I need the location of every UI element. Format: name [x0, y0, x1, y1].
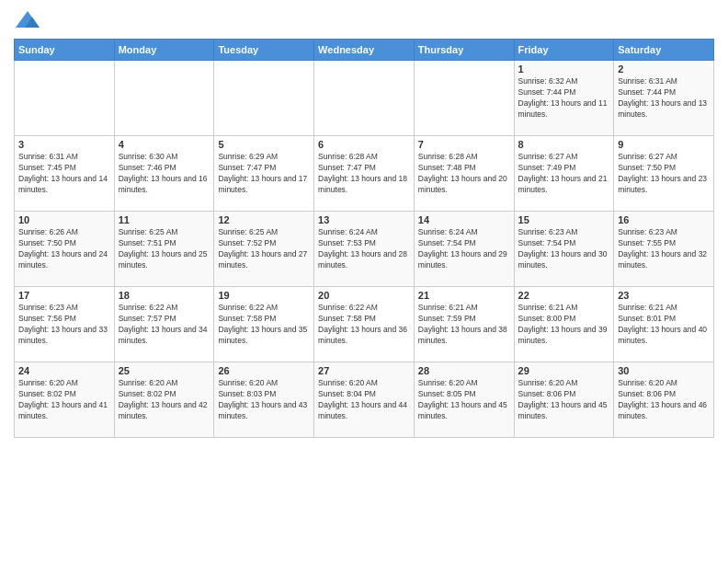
- day-number: 18: [119, 290, 210, 301]
- header: [14, 9, 714, 31]
- calendar-header-row: SundayMondayTuesdayWednesdayThursdayFrid…: [15, 40, 714, 61]
- calendar-cell: 19Sunrise: 6:22 AMSunset: 7:58 PMDayligh…: [214, 287, 314, 362]
- day-info: Sunrise: 6:20 AMSunset: 8:06 PMDaylight:…: [518, 378, 610, 422]
- calendar-cell: [214, 61, 314, 136]
- calendar-cell: 25Sunrise: 6:20 AMSunset: 8:02 PMDayligh…: [114, 362, 214, 438]
- calendar-cell: 26Sunrise: 6:20 AMSunset: 8:03 PMDayligh…: [214, 362, 314, 438]
- calendar-cell: 22Sunrise: 6:21 AMSunset: 8:00 PMDayligh…: [514, 287, 614, 362]
- logo-icon: [14, 9, 41, 31]
- day-number: 25: [119, 365, 210, 376]
- day-info: Sunrise: 6:28 AMSunset: 7:48 PMDaylight:…: [418, 152, 510, 196]
- weekday-header: Tuesday: [214, 40, 314, 61]
- calendar-cell: 23Sunrise: 6:21 AMSunset: 8:01 PMDayligh…: [614, 287, 714, 362]
- calendar-cell: 1Sunrise: 6:32 AMSunset: 7:44 PMDaylight…: [514, 61, 614, 136]
- page-container: SundayMondayTuesdayWednesdayThursdayFrid…: [0, 0, 728, 447]
- calendar-cell: 18Sunrise: 6:22 AMSunset: 7:57 PMDayligh…: [114, 287, 214, 362]
- calendar-cell: 12Sunrise: 6:25 AMSunset: 7:52 PMDayligh…: [214, 212, 314, 287]
- day-info: Sunrise: 6:22 AMSunset: 7:57 PMDaylight:…: [119, 303, 210, 347]
- day-info: Sunrise: 6:29 AMSunset: 7:47 PMDaylight:…: [218, 152, 310, 196]
- day-info: Sunrise: 6:31 AMSunset: 7:45 PMDaylight:…: [18, 152, 110, 196]
- day-number: 9: [618, 139, 710, 150]
- day-info: Sunrise: 6:25 AMSunset: 7:51 PMDaylight:…: [119, 227, 210, 271]
- calendar-week-row: 24Sunrise: 6:20 AMSunset: 8:02 PMDayligh…: [15, 362, 714, 438]
- day-number: 10: [18, 214, 110, 225]
- day-info: Sunrise: 6:23 AMSunset: 7:55 PMDaylight:…: [618, 227, 710, 271]
- weekday-header: Monday: [114, 40, 214, 61]
- day-number: 4: [119, 139, 210, 150]
- calendar-cell: 9Sunrise: 6:27 AMSunset: 7:50 PMDaylight…: [614, 136, 714, 212]
- day-number: 22: [518, 290, 610, 301]
- calendar-cell: 11Sunrise: 6:25 AMSunset: 7:51 PMDayligh…: [114, 212, 214, 287]
- day-info: Sunrise: 6:21 AMSunset: 7:59 PMDaylight:…: [418, 303, 510, 347]
- day-number: 17: [18, 290, 110, 301]
- calendar-cell: 17Sunrise: 6:23 AMSunset: 7:56 PMDayligh…: [15, 287, 115, 362]
- weekday-header: Thursday: [414, 40, 514, 61]
- day-number: 8: [518, 139, 610, 150]
- day-number: 11: [119, 214, 210, 225]
- day-number: 2: [618, 63, 710, 75]
- day-number: 7: [418, 139, 510, 150]
- day-info: Sunrise: 6:20 AMSunset: 8:06 PMDaylight:…: [618, 378, 710, 422]
- day-info: Sunrise: 6:26 AMSunset: 7:50 PMDaylight:…: [18, 227, 110, 271]
- weekday-header: Saturday: [614, 40, 714, 61]
- day-number: 26: [218, 365, 310, 376]
- calendar-cell: 29Sunrise: 6:20 AMSunset: 8:06 PMDayligh…: [514, 362, 614, 438]
- day-number: 15: [518, 214, 610, 225]
- calendar-week-row: 1Sunrise: 6:32 AMSunset: 7:44 PMDaylight…: [15, 61, 714, 136]
- calendar-cell: 28Sunrise: 6:20 AMSunset: 8:05 PMDayligh…: [414, 362, 514, 438]
- day-number: 21: [418, 290, 510, 301]
- day-number: 6: [318, 139, 410, 150]
- day-number: 29: [518, 365, 610, 376]
- calendar-cell: 15Sunrise: 6:23 AMSunset: 7:54 PMDayligh…: [514, 212, 614, 287]
- calendar-cell: 2Sunrise: 6:31 AMSunset: 7:44 PMDaylight…: [614, 61, 714, 136]
- day-number: 23: [618, 290, 710, 301]
- day-info: Sunrise: 6:32 AMSunset: 7:44 PMDaylight:…: [518, 76, 610, 121]
- day-number: 5: [218, 139, 310, 150]
- calendar-cell: 6Sunrise: 6:28 AMSunset: 7:47 PMDaylight…: [314, 136, 415, 212]
- day-number: 20: [318, 290, 410, 301]
- calendar-cell: 5Sunrise: 6:29 AMSunset: 7:47 PMDaylight…: [214, 136, 314, 212]
- calendar-week-row: 17Sunrise: 6:23 AMSunset: 7:56 PMDayligh…: [15, 287, 714, 362]
- day-number: 12: [218, 214, 310, 225]
- calendar-cell: 13Sunrise: 6:24 AMSunset: 7:53 PMDayligh…: [314, 212, 415, 287]
- day-info: Sunrise: 6:28 AMSunset: 7:47 PMDaylight:…: [318, 152, 410, 196]
- day-info: Sunrise: 6:23 AMSunset: 7:54 PMDaylight:…: [518, 227, 610, 271]
- calendar-cell: 30Sunrise: 6:20 AMSunset: 8:06 PMDayligh…: [614, 362, 714, 438]
- day-info: Sunrise: 6:20 AMSunset: 8:03 PMDaylight:…: [218, 378, 310, 422]
- calendar-cell: 7Sunrise: 6:28 AMSunset: 7:48 PMDaylight…: [414, 136, 514, 212]
- weekday-header: Sunday: [15, 40, 115, 61]
- day-number: 19: [218, 290, 310, 301]
- logo: [14, 9, 45, 31]
- calendar-cell: 10Sunrise: 6:26 AMSunset: 7:50 PMDayligh…: [15, 212, 115, 287]
- day-number: 30: [618, 365, 710, 376]
- day-number: 1: [518, 63, 610, 75]
- calendar-cell: 20Sunrise: 6:22 AMSunset: 7:58 PMDayligh…: [314, 287, 415, 362]
- calendar-cell: 16Sunrise: 6:23 AMSunset: 7:55 PMDayligh…: [614, 212, 714, 287]
- day-info: Sunrise: 6:22 AMSunset: 7:58 PMDaylight:…: [218, 303, 310, 347]
- day-info: Sunrise: 6:24 AMSunset: 7:54 PMDaylight:…: [418, 227, 510, 271]
- day-number: 3: [18, 139, 110, 150]
- day-number: 28: [418, 365, 510, 376]
- calendar-week-row: 10Sunrise: 6:26 AMSunset: 7:50 PMDayligh…: [15, 212, 714, 287]
- calendar-week-row: 3Sunrise: 6:31 AMSunset: 7:45 PMDaylight…: [15, 136, 714, 212]
- day-number: 16: [618, 214, 710, 225]
- day-number: 13: [318, 214, 410, 225]
- weekday-header: Friday: [514, 40, 614, 61]
- day-info: Sunrise: 6:27 AMSunset: 7:49 PMDaylight:…: [518, 152, 610, 196]
- day-info: Sunrise: 6:31 AMSunset: 7:44 PMDaylight:…: [618, 76, 710, 121]
- day-info: Sunrise: 6:21 AMSunset: 8:00 PMDaylight:…: [518, 303, 610, 347]
- calendar-cell: 3Sunrise: 6:31 AMSunset: 7:45 PMDaylight…: [15, 136, 115, 212]
- day-info: Sunrise: 6:20 AMSunset: 8:02 PMDaylight:…: [119, 378, 210, 422]
- calendar-cell: [314, 61, 415, 136]
- calendar-cell: 8Sunrise: 6:27 AMSunset: 7:49 PMDaylight…: [514, 136, 614, 212]
- day-info: Sunrise: 6:20 AMSunset: 8:04 PMDaylight:…: [318, 378, 410, 422]
- day-number: 24: [18, 365, 110, 376]
- calendar-cell: 24Sunrise: 6:20 AMSunset: 8:02 PMDayligh…: [15, 362, 115, 438]
- day-info: Sunrise: 6:23 AMSunset: 7:56 PMDaylight:…: [18, 303, 110, 347]
- day-info: Sunrise: 6:24 AMSunset: 7:53 PMDaylight:…: [318, 227, 410, 271]
- calendar-cell: 21Sunrise: 6:21 AMSunset: 7:59 PMDayligh…: [414, 287, 514, 362]
- day-info: Sunrise: 6:21 AMSunset: 8:01 PMDaylight:…: [618, 303, 710, 347]
- day-info: Sunrise: 6:22 AMSunset: 7:58 PMDaylight:…: [318, 303, 410, 347]
- calendar-cell: [15, 61, 115, 136]
- weekday-header: Wednesday: [314, 40, 415, 61]
